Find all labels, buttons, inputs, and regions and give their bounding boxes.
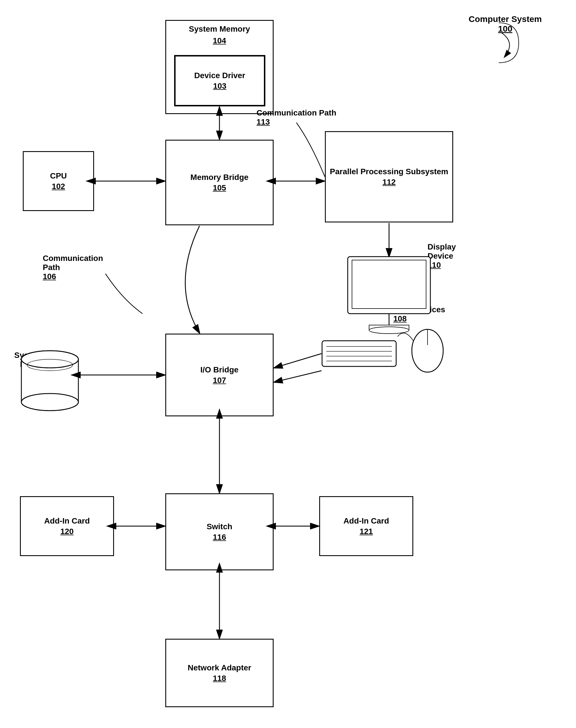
switch-box: Switch 116: [165, 493, 273, 570]
svg-rect-9: [352, 260, 426, 309]
switch-number: 116: [213, 533, 226, 542]
cpu-number: 102: [52, 182, 65, 191]
comm-path-106-label: Communication Path 106: [43, 254, 103, 281]
device-driver-label: Device Driver: [194, 71, 245, 80]
input-devices-label: Input Devices 108: [393, 305, 445, 324]
switch-label: Switch: [207, 522, 232, 532]
input-devices-text: Input Devices: [393, 305, 445, 314]
io-bridge-number: 107: [213, 376, 226, 385]
comm-path-106-text2: Path: [43, 263, 103, 272]
svg-rect-11: [369, 325, 409, 330]
memory-bridge-label: Memory Bridge: [191, 172, 249, 182]
comm-path-106-number: 106: [43, 272, 103, 281]
svg-line-21: [274, 371, 321, 382]
svg-point-24: [21, 393, 78, 411]
svg-point-12: [369, 327, 409, 334]
input-devices-number: 108: [393, 314, 445, 324]
network-adapter-number: 118: [213, 674, 226, 683]
memory-bridge-box: Memory Bridge 105: [165, 140, 273, 225]
io-bridge-label: I/O Bridge: [200, 365, 238, 375]
system-memory-number: 104: [213, 36, 226, 45]
device-driver-number: 103: [213, 82, 227, 91]
svg-rect-13: [322, 341, 396, 366]
system-memory-label: System Memory: [189, 24, 250, 34]
display-device-text2: Device: [428, 252, 456, 261]
add-in-card-121-number: 121: [360, 527, 373, 536]
comm-path-113-number: 113: [257, 117, 336, 127]
device-driver-box: Device Driver 103: [174, 55, 265, 106]
cpu-label: CPU: [50, 171, 67, 181]
system-disk-text2: Disk: [14, 360, 43, 369]
parallel-processing-label: Parallel Processing Subsystem: [330, 167, 448, 176]
system-disk-label: System Disk 114: [14, 351, 43, 378]
computer-system-label: Computer System 100: [468, 14, 542, 34]
computer-system-number: 100: [468, 24, 542, 34]
network-adapter-label: Network Adapter: [188, 663, 251, 673]
parallel-processing-box: Parallel Processing Subsystem 112: [325, 131, 453, 222]
add-in-card-120-box: Add-In Card 120: [20, 496, 114, 556]
memory-bridge-number: 105: [213, 184, 226, 193]
computer-system-title: Computer System: [468, 14, 542, 24]
system-disk-number: 114: [14, 369, 43, 378]
comm-path-113-text: Communication Path: [257, 108, 336, 117]
system-memory-box: System Memory 104 Device Driver 103: [165, 20, 273, 114]
network-adapter-box: Network Adapter 118: [165, 639, 273, 707]
comm-path-113-label: Communication Path 113: [257, 108, 336, 127]
add-in-card-121-box: Add-In Card 121: [319, 496, 413, 556]
io-bridge-box: I/O Bridge 107: [165, 334, 273, 416]
cpu-box: CPU 102: [23, 151, 94, 211]
add-in-card-120-number: 120: [60, 527, 74, 536]
add-in-card-120-label: Add-In Card: [44, 516, 90, 526]
display-device-label: Display Device 110: [428, 242, 456, 270]
comm-path-106-text: Communication: [43, 254, 103, 263]
display-device-number: 110: [428, 261, 456, 270]
svg-point-18: [412, 329, 443, 372]
system-disk-text: System: [14, 351, 43, 360]
display-device-text: Display: [428, 242, 456, 252]
parallel-processing-number: 112: [382, 178, 396, 187]
svg-line-20: [274, 354, 321, 368]
diagram-container: Computer System 100 System Memory 104 De…: [0, 0, 576, 728]
add-in-card-121-label: Add-In Card: [343, 516, 389, 526]
